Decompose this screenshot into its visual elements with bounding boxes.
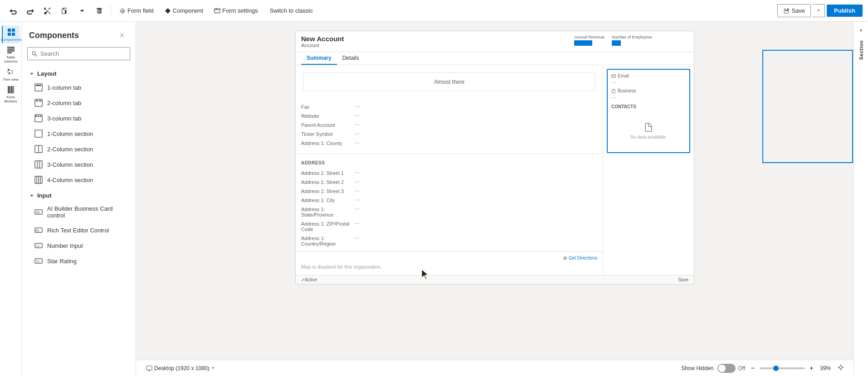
svg-rect-13 xyxy=(39,100,41,101)
cut-button[interactable] xyxy=(40,4,55,18)
form-field-button[interactable]: Form field xyxy=(115,5,158,17)
search-input[interactable] xyxy=(40,50,126,57)
redo-button[interactable] xyxy=(23,4,38,18)
nav-table-columns-button[interactable]: Table columns xyxy=(2,45,20,63)
sidebar-item-3col-section[interactable]: 3-Column section xyxy=(22,157,136,172)
form-settings-button[interactable]: Form settings xyxy=(210,5,263,17)
form-field-state: Address 1: State/Province --- xyxy=(301,204,597,219)
sidebar-item-rich-text[interactable]: Ab Rich Text Editor Control xyxy=(22,222,136,238)
sidebar-item-3col-tab[interactable]: 3-column tab xyxy=(22,111,136,126)
county-label: Address 1: County xyxy=(301,140,351,146)
contacts-title: CONTACTS xyxy=(611,104,686,109)
canvas-area: New Account Account Annual Revenue Numbe… xyxy=(136,22,853,376)
sidebar-item-number-input[interactable]: 12 Number Input xyxy=(22,238,136,253)
business-value: --- xyxy=(611,93,686,101)
form-body: Almost there Fax --- Website --- xyxy=(296,65,694,275)
form-field-parent-account: Parent Account --- xyxy=(301,120,597,129)
svg-rect-36 xyxy=(612,74,615,77)
save-button[interactable]: Save xyxy=(777,4,811,17)
number-input-icon: 12 xyxy=(34,241,43,250)
city-value: --- xyxy=(355,197,597,202)
toggle-off-label: Off xyxy=(738,365,746,371)
sidebar-item-1col-tab[interactable]: 1-column tab xyxy=(22,80,136,95)
nav-form-libraries-button[interactable]: Form libraries xyxy=(2,85,20,103)
form-field-country: Address 1: Country/Region --- xyxy=(301,233,597,248)
sidebar-item-star-rating[interactable]: 12 Star Rating xyxy=(22,253,136,269)
form-field-ticker: Ticker Symbol --- xyxy=(301,129,597,138)
state-value: --- xyxy=(355,206,597,211)
svg-text:Ab: Ab xyxy=(35,229,39,232)
4col-section-icon xyxy=(34,176,43,184)
fax-value: --- xyxy=(355,103,597,109)
zoom-slider[interactable] xyxy=(760,367,805,369)
save-dropdown-button[interactable] xyxy=(813,4,825,17)
sidebar-item-2col-section[interactable]: 2-Column section xyxy=(22,141,136,157)
sidebar-close-button[interactable] xyxy=(116,29,128,42)
sidebar-header: Components xyxy=(22,22,136,45)
almost-there-wrapper: Almost there xyxy=(296,65,603,98)
svg-rect-37 xyxy=(612,90,615,93)
email-value: --- xyxy=(611,78,686,86)
form-right: Email --- Business --- xyxy=(603,65,694,275)
website-value: --- xyxy=(355,112,597,118)
sidebar-item-2col-tab[interactable]: 2-column tab xyxy=(22,95,136,111)
svg-rect-6 xyxy=(12,33,15,36)
zip-label: Address 1: ZIP/Postal Code xyxy=(301,220,351,232)
status-expand-icon: ⤢ xyxy=(301,277,305,282)
form-left: Almost there Fax --- Website --- xyxy=(296,65,603,275)
zoom-out-button[interactable]: − xyxy=(749,363,756,373)
undo-button[interactable] xyxy=(5,4,21,18)
zoom-in-button[interactable]: + xyxy=(808,363,815,373)
employees-stat: Number of Employees xyxy=(612,35,652,46)
svg-rect-16 xyxy=(38,116,39,117)
contacts-empty-text: No data available. xyxy=(630,135,667,140)
svg-point-41 xyxy=(839,366,842,369)
desktop-selector-button[interactable]: Desktop (1920 x 1080) xyxy=(143,363,218,373)
dropdown-button[interactable] xyxy=(74,4,90,18)
right-panel-selected: Email --- Business --- xyxy=(607,69,690,153)
form-preview: New Account Account Annual Revenue Numbe… xyxy=(295,31,694,284)
contacts-empty: No data available. xyxy=(611,113,686,149)
input-section-header[interactable]: Input xyxy=(22,188,136,202)
monitor-icon xyxy=(146,365,152,371)
sidebar-item-1col-section[interactable]: 1-Column section xyxy=(22,126,136,141)
main-layout: Components Table columns Tree view Form … xyxy=(0,22,868,376)
chevron-right-icon xyxy=(858,27,864,34)
chevron-down-icon-3 xyxy=(211,366,215,371)
svg-rect-4 xyxy=(12,29,15,32)
copy-button[interactable] xyxy=(57,4,73,18)
nav-tree-view-button[interactable]: Tree view xyxy=(2,65,20,83)
fit-to-screen-button[interactable] xyxy=(835,362,846,374)
form-tab-summary[interactable]: Summary xyxy=(301,52,337,65)
svg-rect-10 xyxy=(36,85,41,86)
sidebar: Components Layout xyxy=(22,22,136,376)
sidebar-item-4col-section[interactable]: 4-Column section xyxy=(22,172,136,188)
delete-button[interactable] xyxy=(92,4,107,18)
ai-builder-icon: Ab xyxy=(34,208,43,216)
zoom-level: 39% xyxy=(818,365,833,371)
map-controls: ⊙ Get Directions xyxy=(301,255,597,260)
sidebar-item-ai-builder[interactable]: Ab AI Builder Business Card control xyxy=(22,202,136,222)
svg-rect-3 xyxy=(8,29,11,32)
layout-section-header[interactable]: Layout xyxy=(22,66,136,80)
form-subtitle: Account xyxy=(301,43,344,48)
form-tab-details[interactable]: Details xyxy=(337,52,365,65)
publish-button[interactable]: Publish xyxy=(827,5,863,17)
svg-text:12: 12 xyxy=(36,260,39,263)
nav-components-button[interactable]: Components xyxy=(2,25,20,43)
zoom-controls: − + 39% xyxy=(749,362,846,374)
1col-section-icon xyxy=(34,130,43,138)
toggle-knob xyxy=(718,365,726,372)
zip-value: --- xyxy=(355,220,597,226)
svg-rect-5 xyxy=(8,33,11,36)
fax-label: Fax xyxy=(301,103,351,110)
country-label: Address 1: Country/Region xyxy=(301,235,351,246)
2col-tab-icon xyxy=(34,99,43,107)
search-icon xyxy=(31,51,38,57)
component-button[interactable]: Component xyxy=(160,5,208,17)
right-collapse-button[interactable] xyxy=(856,25,866,37)
show-hidden-toggle[interactable] xyxy=(717,364,736,373)
get-directions-link[interactable]: Get Directions xyxy=(569,255,597,260)
sidebar-title: Components xyxy=(29,31,79,40)
switch-classic-button[interactable]: Switch to classic xyxy=(264,5,318,17)
